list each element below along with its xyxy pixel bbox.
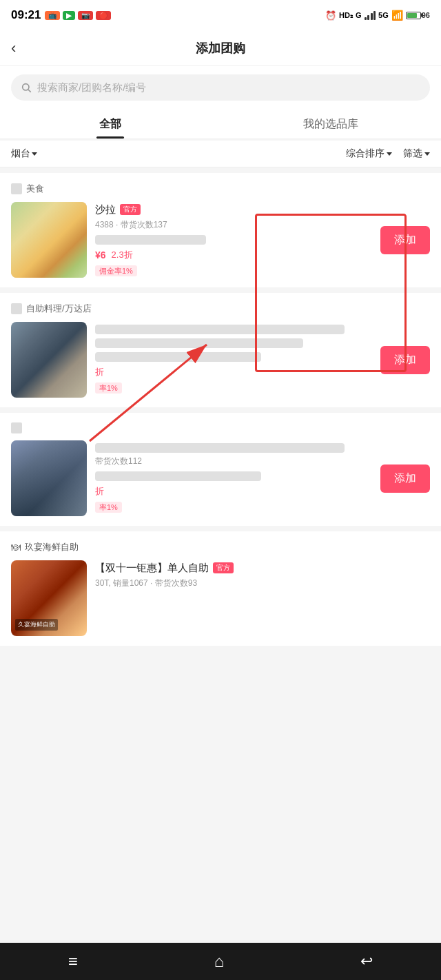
- filter-right: 综合排序 筛选: [346, 147, 430, 160]
- blur-price-2: [95, 352, 261, 362]
- store-icon-2: [11, 303, 22, 314]
- store-name-2: 自助料理/万达店: [11, 303, 430, 315]
- svg-point-0: [23, 84, 29, 90]
- price-row-3: 折: [95, 485, 372, 498]
- search-input-wrap[interactable]: 搜索商家/团购名称/编号: [11, 74, 430, 101]
- battery: 96: [406, 11, 430, 19]
- deal-image-3: [11, 440, 87, 516]
- official-badge-4: 官方: [213, 562, 234, 573]
- tab-all[interactable]: 全部: [0, 109, 220, 139]
- card-body-4: 久宴海鲜自助 【双十一钜惠】单人自助 官方 30T, 销量1067 · 带货次数…: [11, 560, 430, 636]
- official-badge-1: 官方: [120, 204, 141, 215]
- card-info-2: 折 率1%: [95, 322, 372, 394]
- tab-bar: 全部 我的选品库: [0, 109, 441, 139]
- blur-stats-2: [95, 338, 303, 348]
- deal-image-4: 久宴海鲜自助: [11, 560, 87, 636]
- wifi-icon: 📶: [391, 10, 403, 21]
- nav-menu-button[interactable]: ≡: [68, 952, 78, 971]
- status-time: 09:21: [11, 8, 41, 22]
- notification-icons: 📺 ▶ 📷 🔴: [45, 11, 111, 20]
- bar4: [373, 11, 376, 20]
- deal-list: 美食 沙拉 官方 4388 · 带货次数137 ¥6 2.3折: [0, 167, 441, 651]
- store-name-3: [11, 422, 430, 433]
- notif-2: ▶: [63, 11, 75, 20]
- search-placeholder-text: 搜索商家/团购名称/编号: [37, 81, 146, 94]
- blur-price-3: [95, 471, 261, 481]
- deal-stats-3: 带货次数112: [95, 456, 372, 467]
- deal-card-4: 🍽 玖宴海鲜自助 久宴海鲜自助 【双十一钜惠】单人自助 官方 30T, 销量10…: [0, 531, 441, 646]
- store-icon-1: [11, 183, 22, 194]
- card-body-3: 带货次数112 折 率1% 添加: [11, 440, 430, 516]
- bar2: [367, 15, 369, 20]
- price-row-1: ¥6 2.3折: [95, 249, 372, 261]
- bottom-nav-spacer: [0, 651, 441, 688]
- commission-3: 率1%: [95, 502, 122, 513]
- nav-back-button[interactable]: ↩: [360, 952, 373, 970]
- status-icons: ⏰ HD₂ G 5G 📶 96: [325, 10, 430, 21]
- filter-chevron-icon: [424, 152, 430, 156]
- add-button-2[interactable]: 添加: [380, 346, 430, 374]
- svg-line-1: [28, 90, 31, 92]
- add-button-3[interactable]: 添加: [380, 465, 430, 493]
- filter-button[interactable]: 筛选: [403, 147, 430, 160]
- discount-3: 折: [95, 485, 104, 498]
- discount-1: 2.3折: [112, 249, 133, 261]
- price-row-2: 折: [95, 366, 372, 378]
- location-filter[interactable]: 烟台: [11, 147, 37, 160]
- deal-card-1: 美食 沙拉 官方 4388 · 带货次数137 ¥6 2.3折: [0, 173, 441, 287]
- card-body-2: 折 率1% 添加: [11, 322, 430, 398]
- hd-icon: HD₂: [339, 11, 353, 20]
- sort-button[interactable]: 综合排序: [346, 147, 392, 160]
- store-name-1: 美食: [11, 183, 430, 195]
- blur-title-2: [95, 325, 345, 334]
- commission-2: 率1%: [95, 382, 122, 394]
- location-chevron-icon: [32, 152, 37, 156]
- bar1: [365, 17, 367, 20]
- blur-title-3: [95, 443, 345, 453]
- deal-stats-1: 4388 · 带货次数137: [95, 219, 372, 231]
- 5g-icon: 5G: [378, 11, 389, 19]
- deal-card-3: 带货次数112 折 率1% 添加: [0, 413, 441, 526]
- add-button-1[interactable]: 添加: [380, 226, 430, 254]
- search-icon: [21, 82, 32, 93]
- back-button[interactable]: ‹: [11, 39, 16, 57]
- bar3: [371, 13, 373, 20]
- deal-card-2: 自助料理/万达店 折 率1% 添加: [0, 293, 441, 407]
- deal-title-4: 【双十一钜惠】单人自助 官方: [95, 560, 430, 575]
- deal-image-2: [11, 322, 87, 398]
- deal-stats-4: 30T, 销量1067 · 带货次数93: [95, 578, 430, 589]
- battery-body: [406, 12, 421, 19]
- notif-1: 📺: [45, 11, 60, 20]
- page-title: 添加团购: [196, 40, 245, 57]
- notif-3: 📷: [78, 11, 93, 20]
- discount-2: 折: [95, 366, 104, 378]
- card-body-1: 沙拉 官方 4388 · 带货次数137 ¥6 2.3折 佣金率1% 添加: [11, 202, 430, 278]
- page-header: ‹ 添加团购: [0, 30, 441, 66]
- filter-bar: 烟台 综合排序 筛选: [0, 141, 441, 167]
- commission-1: 佣金率1%: [95, 265, 137, 276]
- store-icon-3: [11, 422, 22, 433]
- search-bar: 搜索商家/团购名称/编号: [0, 66, 441, 109]
- deal-image-1: [11, 202, 87, 278]
- signal-g-icon: G: [356, 11, 362, 19]
- store-name-4: 🍽 玖宴海鲜自助: [11, 541, 430, 553]
- alarm-icon: ⏰: [325, 10, 336, 21]
- status-left: 09:21 📺 ▶ 📷 🔴: [11, 8, 111, 22]
- card-info-4: 【双十一钜惠】单人自助 官方 30T, 销量1067 · 带货次数93: [95, 560, 430, 589]
- blur-price-1: [95, 235, 206, 245]
- nav-home-button[interactable]: ⌂: [214, 952, 225, 971]
- battery-fill: [407, 13, 417, 18]
- tab-my-selection[interactable]: 我的选品库: [220, 109, 441, 139]
- store-emoji-icon: 🍽: [11, 542, 21, 553]
- card-info-3: 带货次数112 折 率1%: [95, 440, 372, 513]
- status-bar: 09:21 📺 ▶ 📷 🔴 ⏰ HD₂ G 5G 📶 96: [0, 0, 441, 30]
- card-info-1: 沙拉 官方 4388 · 带货次数137 ¥6 2.3折 佣金率1%: [95, 202, 372, 276]
- last-store-name: 玖宴海鲜自助: [25, 541, 79, 553]
- price-tag-1: ¥6: [95, 249, 106, 261]
- deal-title-1: 沙拉 官方: [95, 202, 372, 216]
- notif-4: 🔴: [96, 11, 111, 20]
- sort-chevron-icon: [387, 152, 392, 156]
- signal-bars: [365, 10, 376, 20]
- bottom-nav: ≡ ⌂ ↩: [0, 943, 441, 980]
